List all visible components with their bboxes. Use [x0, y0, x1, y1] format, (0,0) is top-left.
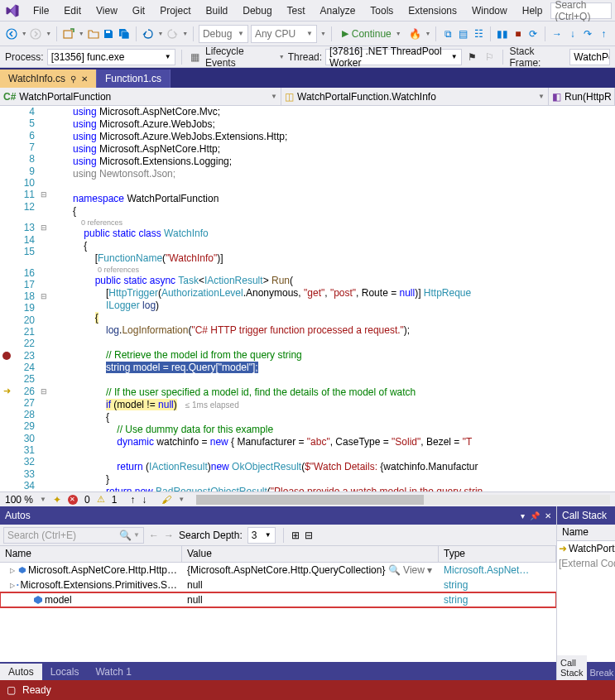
code-line[interactable]: // If the user specified a model id, fin…	[73, 386, 615, 399]
warning-count-icon[interactable]: ⚠	[97, 494, 105, 505]
chevron-down-icon[interactable]: ▼	[157, 31, 163, 36]
thread-dropdown[interactable]: [37816] .NET ThreadPool Worker▼	[325, 49, 462, 65]
code-line[interactable]: [HttpTrigger(AuthorizationLevel.Anonymou…	[73, 287, 615, 300]
menu-help[interactable]: Help	[516, 2, 550, 19]
code-line[interactable]: {	[73, 411, 615, 424]
step-out-icon[interactable]: ↑	[597, 26, 610, 41]
close-icon[interactable]: ✕	[545, 511, 551, 520]
config-dropdown[interactable]: Debug▼	[199, 25, 248, 43]
quick-search-input[interactable]: Search (Ctrl+Q)	[550, 2, 612, 19]
menu-test[interactable]: Test	[281, 2, 312, 19]
code-line[interactable]: public static class WatchInfo	[73, 228, 615, 240]
code-line[interactable]: using Newtonsoft.Json;	[73, 168, 615, 180]
col-name[interactable]: Name	[0, 546, 182, 562]
variable-row[interactable]: ▷ Microsoft.Extensions.Primitives.S… nul…	[0, 578, 556, 592]
code-line[interactable]	[73, 180, 615, 193]
code-line[interactable]: {	[73, 205, 615, 218]
code-line[interactable]: [FunctionName("WatchInfo")]	[73, 252, 615, 265]
callstack-col-name[interactable]: Name	[557, 525, 615, 541]
flag-icon[interactable]: ⚑	[465, 50, 479, 65]
chevron-down-icon[interactable]: ▼	[22, 31, 27, 36]
col-value[interactable]: Value	[182, 546, 439, 562]
pause-icon[interactable]: ▮▮	[496, 26, 509, 41]
error-count-icon[interactable]: ✕	[68, 495, 78, 505]
nav-project-dropdown[interactable]: C# WatchPortalFunction▼	[0, 88, 281, 105]
tools-icon[interactable]: ☷	[473, 26, 486, 41]
lifecycle-label[interactable]: Lifecycle Events	[205, 46, 275, 69]
code-line[interactable]	[73, 448, 615, 461]
code-line[interactable]: ILogger log)	[73, 300, 615, 312]
nav-back-icon[interactable]	[5, 26, 18, 41]
code-line[interactable]: }	[73, 473, 615, 486]
menu-edit[interactable]: Edit	[57, 2, 88, 19]
stack-frame-dropdown[interactable]: WatchPo	[569, 49, 610, 65]
chevron-down-icon[interactable]: ▼	[320, 31, 326, 36]
menu-window[interactable]: Window	[465, 2, 514, 19]
menu-file[interactable]: File	[26, 2, 55, 19]
tab-locals[interactable]: Locals	[42, 664, 88, 680]
browser-icon[interactable]: ⧉	[441, 26, 454, 41]
save-all-icon[interactable]	[118, 26, 131, 41]
code-line[interactable]: if (model != null) ≤ 1ms elapsed	[73, 399, 615, 411]
code-line[interactable]: using Microsoft.AspNetCore.Http;	[73, 143, 615, 156]
autos-search-input[interactable]: Search (Ctrl+E)🔍▼	[3, 527, 144, 544]
brush-icon[interactable]: 🖌	[161, 494, 171, 506]
code-line[interactable]: dynamic watchinfo = new { Manufacturer =…	[73, 436, 615, 448]
tab-function1[interactable]: Function1.cs	[97, 70, 171, 88]
code-line[interactable]: using Microsoft.AspNetCore.Mvc;	[73, 106, 615, 118]
code-line[interactable]: using Microsoft.Azure.WebJobs;	[73, 118, 615, 131]
lightbulb-icon[interactable]: ✦	[53, 494, 61, 506]
zoom-dropdown[interactable]: 100 %	[5, 494, 33, 506]
menu-tools[interactable]: Tools	[363, 2, 400, 19]
chevron-down-icon[interactable]: ▼	[79, 31, 84, 36]
tab-watch1[interactable]: Watch 1	[87, 664, 140, 680]
nav-down-icon[interactable]: ↓	[142, 494, 147, 506]
toolbar-icon[interactable]: ⊟	[305, 530, 313, 541]
save-icon[interactable]	[103, 26, 116, 41]
stack-frame-row[interactable]: [External Code	[557, 556, 615, 571]
tab-watchinfo[interactable]: WatchInfo.cs ⚲ ✕	[0, 70, 97, 88]
depth-dropdown[interactable]: 3▼	[247, 527, 276, 544]
code-line[interactable]: public static async Task<IActionResult> …	[73, 275, 615, 287]
menu-project[interactable]: Project	[153, 2, 197, 19]
nav-up-icon[interactable]: ↑	[130, 494, 135, 506]
tab-callstack[interactable]: Call Stack	[557, 655, 587, 680]
window-position-icon[interactable]: ▾	[521, 511, 525, 520]
code-line[interactable]: log.LogInformation("C# HTTP trigger func…	[73, 324, 615, 337]
lifecycle-icon[interactable]: ▦	[188, 50, 202, 65]
redo-icon[interactable]	[166, 26, 179, 41]
code-line[interactable]: string model = req.Query["model"];	[73, 362, 615, 374]
menu-debug[interactable]: Debug	[236, 2, 278, 19]
toolbar-icon[interactable]: ⊞	[291, 530, 300, 541]
col-type[interactable]: Type	[439, 546, 556, 562]
menu-build[interactable]: Build	[199, 2, 235, 19]
restart-icon[interactable]: ⟳	[527, 26, 541, 41]
process-dropdown[interactable]: [31356] func.exe▼	[47, 49, 175, 65]
code-editor[interactable]: 4567891011⊟1213⊟1415161718⊟1920212223242…	[0, 106, 615, 491]
menu-view[interactable]: View	[89, 2, 124, 19]
code-line[interactable]	[73, 337, 615, 349]
code-line[interactable]: namespace WatchPortalFunction	[73, 193, 615, 205]
nav-class-dropdown[interactable]: ◫ WatchPortalFunction.WatchInfo▼	[281, 88, 549, 105]
show-next-icon[interactable]: →	[550, 26, 564, 41]
code-line[interactable]: using Microsoft.Extensions.Logging;	[73, 156, 615, 168]
step-into-icon[interactable]: ↓	[566, 26, 579, 41]
code-line[interactable]: // Use dummy data for this example	[73, 424, 615, 436]
stack-frame-row[interactable]: ➜WatchPortalFu	[557, 541, 615, 556]
callstack-body[interactable]: ➜WatchPortalFu [External Code	[557, 541, 615, 662]
code-line[interactable]: return new BadRequestObjectResult("Pleas…	[73, 486, 615, 491]
hot-reload-icon[interactable]: 🔥	[409, 26, 422, 41]
variable-row[interactable]: ▷ Microsoft.AspNetCore.Http.Http… {Micro…	[0, 563, 556, 578]
fwd-icon[interactable]: →	[164, 530, 174, 541]
autos-grid-body[interactable]: ▷ Microsoft.AspNetCore.Http.Http… {Micro…	[0, 563, 556, 662]
close-icon[interactable]: ✕	[81, 74, 88, 84]
code-line[interactable]: {	[73, 312, 615, 324]
horizontal-scrollbar[interactable]	[196, 495, 610, 505]
platform-dropdown[interactable]: Any CPU▼	[251, 25, 317, 43]
code-line[interactable]: // Retrieve the model id from the query …	[73, 349, 615, 362]
breakpoint-icon[interactable]	[2, 352, 11, 360]
back-icon[interactable]: ←	[149, 530, 159, 541]
stop-icon[interactable]: ■	[512, 26, 525, 41]
chevron-down-icon[interactable]: ▼	[182, 31, 188, 36]
diag-icon[interactable]: ▤	[457, 26, 470, 41]
